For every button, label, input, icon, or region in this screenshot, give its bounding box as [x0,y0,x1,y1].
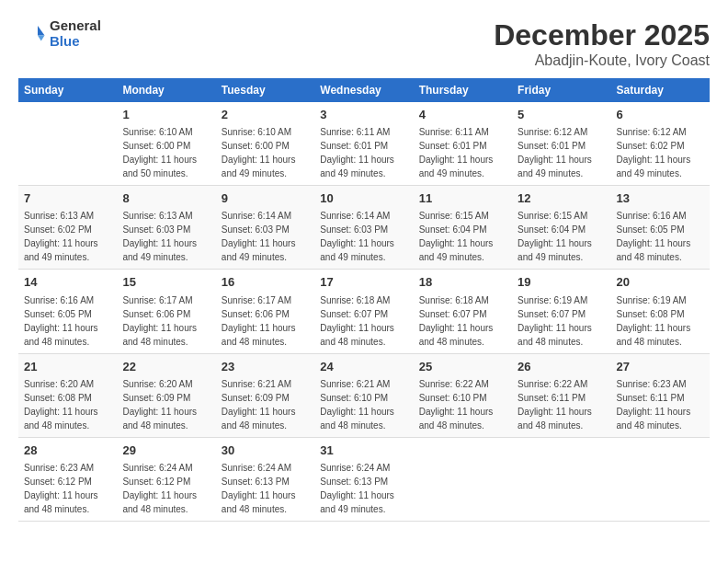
calendar-day-cell: 8Sunrise: 6:13 AMSunset: 6:03 PMDaylight… [117,186,215,270]
calendar-day-cell: 16Sunrise: 6:17 AMSunset: 6:06 PMDayligh… [216,270,314,353]
day-info: Sunrise: 6:11 AMSunset: 6:01 PMDaylight:… [419,125,506,180]
day-info: Sunrise: 6:14 AMSunset: 6:03 PMDaylight:… [222,209,309,264]
calendar-day-cell [512,437,610,521]
day-info: Sunrise: 6:24 AMSunset: 6:13 PMDaylight:… [320,461,407,516]
day-number: 20 [617,274,704,291]
page-header: General Blue December 2025 Abadjin-Koute… [18,18,710,69]
days-header-row: SundayMondayTuesdayWednesdayThursdayFrid… [18,78,710,102]
calendar-table: SundayMondayTuesdayWednesdayThursdayFrid… [18,78,710,522]
day-info: Sunrise: 6:12 AMSunset: 6:02 PMDaylight:… [617,125,704,180]
day-number: 19 [518,274,605,291]
calendar-day-cell: 12Sunrise: 6:15 AMSunset: 6:04 PMDayligh… [512,186,610,270]
day-number: 22 [122,359,210,375]
calendar-day-cell: 1Sunrise: 6:10 AMSunset: 6:00 PMDaylight… [117,102,215,186]
day-info: Sunrise: 6:23 AMSunset: 6:12 PMDaylight:… [24,461,111,516]
day-info: Sunrise: 6:13 AMSunset: 6:03 PMDaylight:… [122,209,210,264]
title-section: December 2025 Abadjin-Koute, Ivory Coast [494,18,710,69]
day-number: 5 [518,107,605,123]
day-info: Sunrise: 6:20 AMSunset: 6:08 PMDaylight:… [24,377,111,432]
calendar-day-cell: 4Sunrise: 6:11 AMSunset: 6:01 PMDaylight… [414,102,512,186]
calendar-week-row: 7Sunrise: 6:13 AMSunset: 6:02 PMDaylight… [18,186,710,270]
day-number: 16 [222,274,309,291]
day-of-week-header: Friday [512,78,610,102]
logo-general: General [50,18,101,34]
calendar-day-cell: 14Sunrise: 6:16 AMSunset: 6:05 PMDayligh… [18,270,117,353]
calendar-day-cell [611,437,710,521]
day-number: 11 [419,190,506,207]
day-number: 4 [419,107,506,123]
day-info: Sunrise: 6:16 AMSunset: 6:05 PMDaylight:… [24,293,111,349]
day-number: 6 [617,107,704,123]
calendar-week-row: 21Sunrise: 6:20 AMSunset: 6:08 PMDayligh… [18,353,710,437]
day-info: Sunrise: 6:19 AMSunset: 6:07 PMDaylight:… [518,293,605,349]
calendar-day-cell: 25Sunrise: 6:22 AMSunset: 6:10 PMDayligh… [414,353,512,437]
calendar-day-cell: 15Sunrise: 6:17 AMSunset: 6:06 PMDayligh… [117,270,215,353]
calendar-day-cell [18,102,117,186]
day-of-week-header: Saturday [611,78,710,102]
calendar-day-cell: 23Sunrise: 6:21 AMSunset: 6:09 PMDayligh… [216,353,314,437]
logo-text: General Blue [50,18,101,49]
calendar-day-cell: 24Sunrise: 6:21 AMSunset: 6:10 PMDayligh… [314,353,413,437]
day-number: 24 [320,359,407,375]
calendar-day-cell: 6Sunrise: 6:12 AMSunset: 6:02 PMDaylight… [611,102,710,186]
day-number: 2 [222,107,309,123]
calendar-day-cell: 26Sunrise: 6:22 AMSunset: 6:11 PMDayligh… [512,353,610,437]
calendar-day-cell: 30Sunrise: 6:24 AMSunset: 6:13 PMDayligh… [216,437,314,521]
calendar-day-cell [414,437,512,521]
day-info: Sunrise: 6:11 AMSunset: 6:01 PMDaylight:… [320,125,407,180]
logo-icon [18,20,46,48]
day-of-week-header: Sunday [18,78,117,102]
day-info: Sunrise: 6:17 AMSunset: 6:06 PMDaylight:… [222,293,309,349]
calendar-day-cell: 9Sunrise: 6:14 AMSunset: 6:03 PMDaylight… [216,186,314,270]
svg-marker-0 [38,26,45,36]
day-number: 23 [222,359,309,375]
day-info: Sunrise: 6:17 AMSunset: 6:06 PMDaylight:… [122,293,210,349]
calendar-day-cell: 10Sunrise: 6:14 AMSunset: 6:03 PMDayligh… [314,186,413,270]
day-info: Sunrise: 6:24 AMSunset: 6:12 PMDaylight:… [122,461,210,516]
day-info: Sunrise: 6:23 AMSunset: 6:11 PMDaylight:… [617,377,704,432]
logo-blue: Blue [50,34,101,50]
day-number: 13 [617,190,704,207]
day-number: 31 [320,442,407,459]
day-number: 28 [24,442,111,459]
calendar-week-row: 1Sunrise: 6:10 AMSunset: 6:00 PMDaylight… [18,102,710,186]
day-number: 30 [222,442,309,459]
calendar-day-cell: 18Sunrise: 6:18 AMSunset: 6:07 PMDayligh… [414,270,512,353]
calendar-day-cell: 17Sunrise: 6:18 AMSunset: 6:07 PMDayligh… [314,270,413,353]
day-of-week-header: Tuesday [216,78,314,102]
calendar-day-cell: 28Sunrise: 6:23 AMSunset: 6:12 PMDayligh… [18,437,117,521]
day-number: 29 [122,442,210,459]
calendar-day-cell: 31Sunrise: 6:24 AMSunset: 6:13 PMDayligh… [314,437,413,521]
day-number: 7 [24,190,111,207]
logo: General Blue [18,18,101,49]
day-number: 14 [24,274,111,291]
svg-marker-1 [38,35,45,40]
calendar-day-cell: 22Sunrise: 6:20 AMSunset: 6:09 PMDayligh… [117,353,215,437]
day-info: Sunrise: 6:15 AMSunset: 6:04 PMDaylight:… [518,209,605,264]
calendar-day-cell: 2Sunrise: 6:10 AMSunset: 6:00 PMDaylight… [216,102,314,186]
day-of-week-header: Monday [117,78,215,102]
day-of-week-header: Wednesday [314,78,413,102]
day-number: 8 [122,190,210,207]
day-info: Sunrise: 6:10 AMSunset: 6:00 PMDaylight:… [222,125,309,180]
day-number: 18 [419,274,506,291]
day-number: 10 [320,190,407,207]
day-info: Sunrise: 6:24 AMSunset: 6:13 PMDaylight:… [222,461,309,516]
day-number: 25 [419,359,506,375]
day-info: Sunrise: 6:10 AMSunset: 6:00 PMDaylight:… [122,125,210,180]
day-number: 1 [122,107,210,123]
calendar-day-cell: 19Sunrise: 6:19 AMSunset: 6:07 PMDayligh… [512,270,610,353]
calendar-title: December 2025 [494,18,710,52]
day-info: Sunrise: 6:20 AMSunset: 6:09 PMDaylight:… [122,377,210,432]
day-number: 12 [518,190,605,207]
calendar-day-cell: 29Sunrise: 6:24 AMSunset: 6:12 PMDayligh… [117,437,215,521]
calendar-day-cell: 3Sunrise: 6:11 AMSunset: 6:01 PMDaylight… [314,102,413,186]
day-number: 21 [24,359,111,375]
calendar-body: 1Sunrise: 6:10 AMSunset: 6:00 PMDaylight… [18,102,710,521]
day-info: Sunrise: 6:21 AMSunset: 6:09 PMDaylight:… [222,377,309,432]
day-number: 26 [518,359,605,375]
calendar-day-cell: 11Sunrise: 6:15 AMSunset: 6:04 PMDayligh… [414,186,512,270]
day-info: Sunrise: 6:22 AMSunset: 6:10 PMDaylight:… [419,377,506,432]
day-info: Sunrise: 6:12 AMSunset: 6:01 PMDaylight:… [518,125,605,180]
calendar-day-cell: 20Sunrise: 6:19 AMSunset: 6:08 PMDayligh… [611,270,710,353]
